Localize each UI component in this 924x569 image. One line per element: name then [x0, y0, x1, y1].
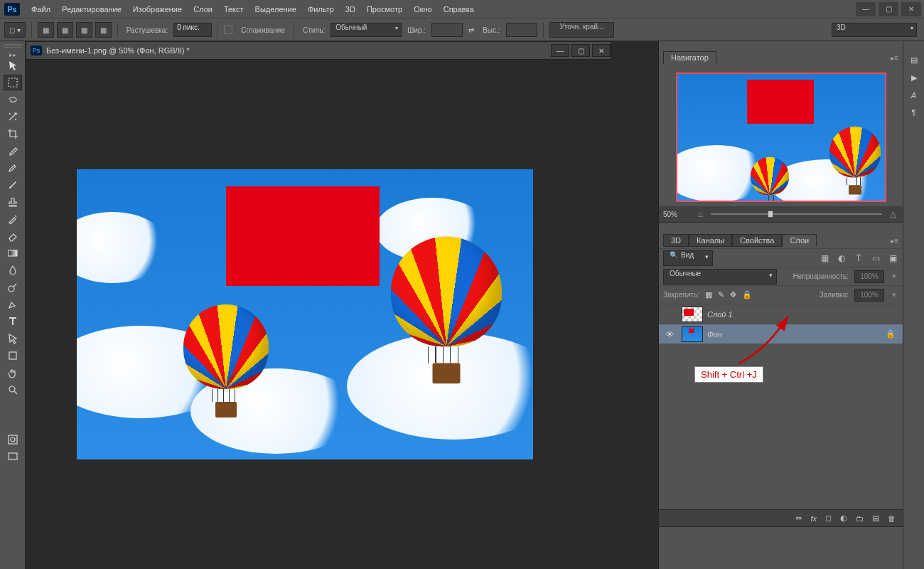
navigator-zoom-value[interactable]: 50%	[663, 211, 696, 218]
swap-wh-icon[interactable]: ⇄	[466, 26, 477, 34]
selection-add[interactable]: ▦	[57, 22, 73, 38]
app-minimize-button[interactable]: —	[856, 2, 876, 16]
layer-thumbnail[interactable]	[682, 307, 703, 322]
tab-layers[interactable]: Слои	[782, 234, 817, 247]
mask-icon[interactable]: ◻	[825, 514, 832, 523]
feather-input[interactable]: 0 пикс.	[173, 23, 212, 37]
menu-help[interactable]: Справка	[438, 0, 480, 18]
tool-heal[interactable]	[4, 160, 22, 176]
new-layer-icon[interactable]: ▤	[872, 514, 879, 523]
delete-layer-icon[interactable]: 🗑	[888, 514, 896, 523]
lock-pos-icon[interactable]: ✥	[730, 290, 736, 299]
layer-item[interactable]: Слой 1	[659, 304, 903, 324]
workspace-select[interactable]: 3D	[832, 23, 917, 37]
tool-history-brush[interactable]	[4, 211, 22, 227]
lock-all-icon[interactable]: 🔒	[742, 290, 752, 299]
style-select[interactable]: Обычный	[331, 23, 402, 37]
link-layers-icon[interactable]: ⇔	[795, 514, 802, 523]
selection-new[interactable]: ▦	[38, 22, 54, 38]
tool-shape[interactable]	[4, 348, 22, 363]
color-swatches[interactable]	[3, 405, 23, 425]
menu-view[interactable]: Просмотр	[361, 0, 408, 18]
navigator-tab[interactable]: Навигатор	[663, 51, 716, 64]
document-titlebar[interactable]: Ps Без-имени-1.png @ 50% (Фон, RGB/8) * …	[26, 41, 611, 60]
menu-file[interactable]: Файл	[26, 0, 56, 18]
quickmask-toggle[interactable]	[4, 432, 22, 447]
opacity-value[interactable]: 100%	[854, 270, 884, 283]
lock-paint-icon[interactable]: ✎	[718, 290, 724, 299]
refine-edge-button[interactable]: Уточн. край...	[549, 22, 615, 38]
app-maximize-button[interactable]: ▢	[879, 2, 898, 16]
tool-type[interactable]	[4, 314, 22, 329]
doc-close-button[interactable]: ✕	[592, 44, 611, 57]
tool-marquee[interactable]	[4, 75, 22, 90]
tool-stamp[interactable]	[4, 194, 22, 210]
filter-pixel-icon[interactable]: ▦	[819, 253, 830, 263]
tool-dodge[interactable]	[4, 280, 22, 295]
tab-3d[interactable]: 3D	[663, 234, 689, 247]
para-panel-icon[interactable]: ¶	[912, 108, 916, 117]
fill-value[interactable]: 100%	[854, 289, 884, 302]
menu-text[interactable]: Текст	[218, 0, 249, 18]
zoom-out-icon[interactable]: △	[696, 211, 705, 218]
tab-channels[interactable]: Каналы	[689, 234, 732, 247]
layer-item[interactable]: 👁 Фон 🔒	[659, 324, 903, 344]
history-panel-icon[interactable]: ▤	[910, 55, 918, 65]
tool-crop[interactable]	[4, 126, 22, 142]
tools-grip[interactable]	[4, 44, 22, 48]
opacity-dropdown-icon[interactable]: ▾	[890, 272, 898, 281]
selection-sub[interactable]: ▦	[76, 22, 92, 38]
filter-type-icon[interactable]: T	[853, 253, 864, 263]
blend-mode-select[interactable]: Обычные	[663, 269, 777, 284]
menu-3d[interactable]: 3D	[340, 0, 361, 18]
menu-edit[interactable]: Редактирование	[56, 0, 127, 18]
selection-int[interactable]: ▦	[95, 22, 112, 38]
tool-eyedropper[interactable]	[4, 143, 22, 159]
adjustment-icon[interactable]: ◐	[840, 514, 847, 523]
panel-menu-icon[interactable]: ▸≡	[891, 54, 898, 62]
tool-lasso[interactable]	[4, 92, 22, 107]
tool-blur[interactable]	[4, 262, 22, 278]
tools-collapse-icon[interactable]: ▸▸	[0, 51, 25, 57]
app-close-button[interactable]: ✕	[901, 2, 921, 16]
canvas[interactable]	[77, 169, 533, 459]
actions-panel-icon[interactable]: ▶	[911, 73, 917, 83]
doc-maximize-button[interactable]: ▢	[571, 44, 590, 57]
tool-move[interactable]	[4, 58, 22, 73]
layer-filter-kind[interactable]: 🔍Вид	[663, 250, 713, 266]
tool-gradient[interactable]	[4, 245, 22, 261]
tool-brush[interactable]	[4, 177, 22, 193]
tool-eraser[interactable]	[4, 228, 22, 244]
layer-thumbnail[interactable]	[682, 326, 703, 342]
filter-adjust-icon[interactable]: ◐	[836, 253, 847, 263]
fx-icon[interactable]: fx	[810, 514, 817, 523]
group-icon[interactable]: 🗀	[856, 514, 864, 523]
menu-filter[interactable]: Фильтр	[302, 0, 340, 18]
layer-name[interactable]: Фон	[707, 330, 722, 339]
antialias-checkbox[interactable]	[224, 26, 232, 34]
lock-trans-icon[interactable]: ▩	[705, 290, 712, 299]
zoom-in-icon[interactable]: △	[888, 209, 898, 219]
navigator-thumbnail[interactable]	[676, 73, 886, 202]
doc-minimize-button[interactable]: —	[551, 44, 569, 57]
menu-select[interactable]: Выделение	[249, 0, 302, 18]
tool-path-select[interactable]	[4, 331, 22, 346]
menu-window[interactable]: Окно	[408, 0, 438, 18]
layer-name[interactable]: Слой 1	[707, 310, 733, 319]
char-panel-icon[interactable]: A	[911, 91, 916, 100]
navigator-zoom-slider[interactable]	[711, 211, 882, 217]
tool-pen[interactable]	[4, 297, 22, 312]
tool-preset[interactable]: ◻ ▾	[4, 22, 26, 38]
tab-properties[interactable]: Свойства	[732, 234, 782, 247]
tool-wand[interactable]	[4, 109, 22, 124]
visibility-toggle[interactable]	[662, 310, 677, 319]
fill-dropdown-icon[interactable]: ▾	[890, 290, 898, 299]
menu-layers[interactable]: Слои	[188, 0, 218, 18]
filter-smart-icon[interactable]: ▣	[887, 253, 898, 263]
menu-image[interactable]: Изображение	[127, 0, 188, 18]
panel-menu-icon[interactable]: ▸≡	[891, 237, 898, 245]
tool-zoom[interactable]	[4, 382, 22, 398]
screenmode-toggle[interactable]	[4, 449, 22, 464]
filter-shape-icon[interactable]: ▭	[870, 253, 881, 263]
visibility-toggle[interactable]: 👁	[662, 330, 677, 339]
